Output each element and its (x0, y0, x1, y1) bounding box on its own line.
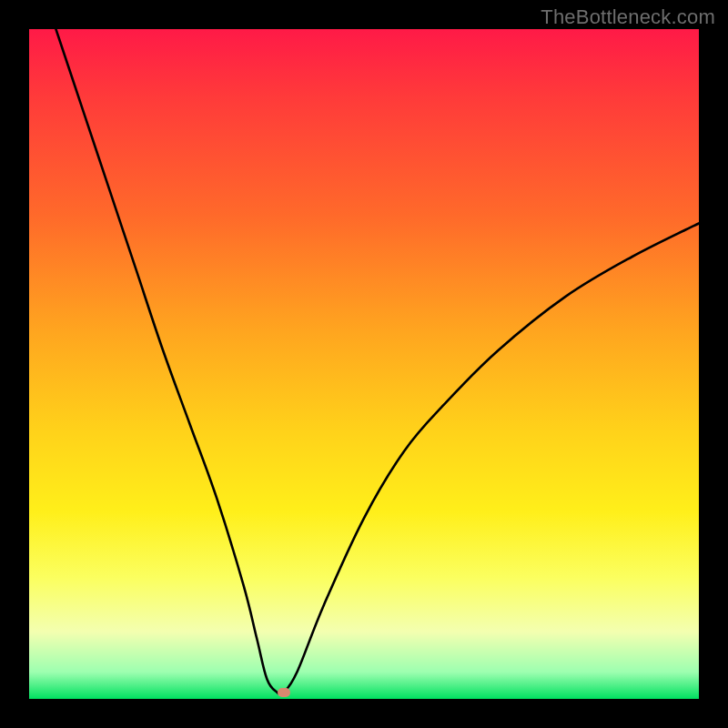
watermark-text: TheBottleneck.com (541, 5, 715, 29)
curve-svg (29, 29, 699, 699)
plot-area (29, 29, 699, 699)
bottleneck-curve (56, 29, 699, 694)
chart-frame: TheBottleneck.com (0, 0, 728, 728)
optimum-marker (278, 688, 290, 697)
